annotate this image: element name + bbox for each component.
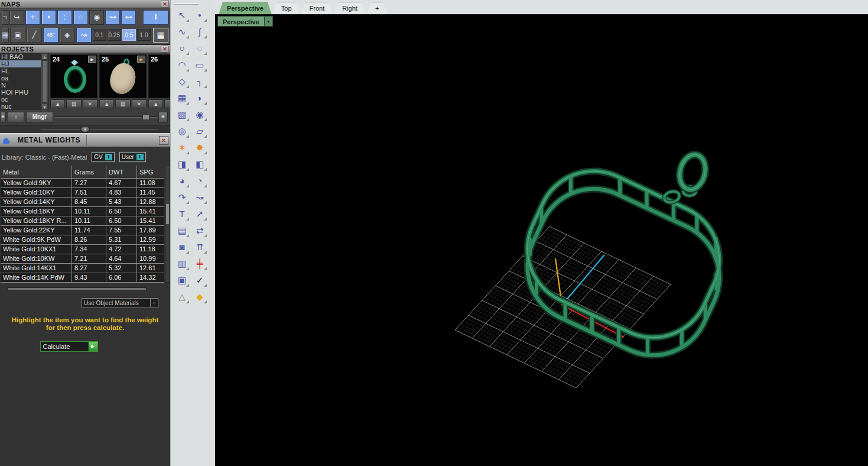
- extrude-icon[interactable]: ⇈: [191, 239, 208, 255]
- table-row[interactable]: White Gold:14KX18.275.3212.61: [1, 264, 164, 273]
- scrollbar-thumb[interactable]: [42, 60, 47, 103]
- intersection-snap-button[interactable]: ⊶: [105, 10, 120, 25]
- polygon-icon[interactable]: ◇: [174, 73, 190, 89]
- table-row[interactable]: Yellow Gold:14KY8.455.4312.88: [1, 198, 164, 207]
- curve-through-points-icon[interactable]: ʃ: [191, 24, 208, 40]
- table-row[interactable]: Yellow Gold:10KY7.514.8311.45: [1, 188, 164, 198]
- point-snap-button[interactable]: +: [25, 10, 40, 25]
- dock-splitter[interactable]: ▼: [0, 125, 170, 133]
- toolbar-grip[interactable]: [174, 3, 199, 5]
- curve-extend-icon[interactable]: ↝: [191, 189, 208, 205]
- snaps-close-icon[interactable]: ✕: [161, 1, 169, 8]
- tab-top[interactable]: Top: [273, 2, 300, 14]
- viewport-title-dropdown[interactable]: Perspective ▼: [217, 16, 273, 27]
- column-header-grams[interactable]: Grams: [72, 166, 106, 178]
- table-row[interactable]: White Gold:10KX17.344.7211.18: [1, 245, 164, 254]
- project-list-item[interactable]: oa: [0, 75, 41, 82]
- circle-snap-button[interactable]: ◌: [73, 10, 88, 25]
- center-snap-button[interactable]: •: [41, 10, 56, 25]
- thumbnail-play-icon[interactable]: ▶: [88, 56, 96, 63]
- project-list-item[interactable]: HI BAO: [0, 53, 41, 60]
- solid-tools-icon[interactable]: ◙: [174, 239, 190, 255]
- boolean-difference-icon[interactable]: ◔: [191, 173, 208, 189]
- table-row[interactable]: Yellow Gold:9KY7.274.6711.08: [1, 179, 164, 188]
- ellipse-icon[interactable]: ◌: [191, 40, 208, 56]
- project-list-item[interactable]: nuc: [0, 103, 41, 110]
- manager-button[interactable]: Mngr: [26, 112, 53, 122]
- surface-from-points-icon[interactable]: ▦: [174, 90, 190, 106]
- table-row[interactable]: White Gold:9K PdW8.265.3112.59: [1, 235, 164, 245]
- near-snap-button[interactable]: ↪: [9, 10, 24, 25]
- column-header-metal[interactable]: Metal: [1, 166, 72, 178]
- disable-osnap-button[interactable]: I: [143, 10, 168, 25]
- fillet-curve-icon[interactable]: ╮: [191, 73, 208, 89]
- box-icon[interactable]: ▧: [174, 106, 190, 122]
- boolean-union-icon[interactable]: ◕: [174, 173, 190, 189]
- circle-icon[interactable]: ○: [174, 40, 190, 56]
- move-up-button[interactable]: ↑: [8, 112, 24, 122]
- point-icon[interactable]: •: [191, 7, 208, 23]
- use-object-materials-dropdown[interactable]: Use Object Materials ○: [82, 298, 158, 308]
- end-snap-button[interactable]: ¬: [2, 10, 8, 25]
- splitter-collapse-icon[interactable]: ▼: [80, 126, 90, 132]
- project-list-item[interactable]: N: [0, 82, 41, 89]
- delete-button[interactable]: ✕: [132, 99, 147, 108]
- metal-weights-close-icon[interactable]: ✕: [159, 136, 168, 145]
- snaps-titlebar[interactable]: NAPS ✕: [0, 0, 170, 8]
- user-toggle[interactable]: User I: [119, 152, 146, 162]
- project-list-item[interactable]: oc: [0, 96, 41, 103]
- thumbnail-play-icon[interactable]: ▶: [137, 56, 145, 63]
- smash-icon[interactable]: ✸: [191, 140, 208, 156]
- table-row[interactable]: Yellow Gold:22KY11.747.5517.89: [1, 226, 164, 235]
- tangent-snap-button[interactable]: ↝: [76, 28, 92, 43]
- polyline-icon[interactable]: ∿: [174, 24, 190, 40]
- calculate-button[interactable]: Calculate ▶: [40, 341, 98, 352]
- project-list-item[interactable]: HJ: [0, 60, 41, 67]
- trim-icon[interactable]: ◨: [174, 156, 190, 172]
- tab-front[interactable]: Front: [301, 2, 333, 14]
- arc-icon[interactable]: ◠: [174, 57, 190, 73]
- sphere-icon[interactable]: ◉: [191, 106, 208, 122]
- table-scrollbar-thumb[interactable]: [166, 204, 169, 224]
- scroll-down-icon[interactable]: ▼: [41, 103, 48, 110]
- smarttrack-button[interactable]: ◈: [60, 28, 75, 43]
- column-header-spg[interactable]: SPG: [137, 166, 164, 178]
- increment-0.5-button[interactable]: 0.5: [122, 29, 136, 41]
- add-project-button[interactable]: +: [0, 112, 6, 122]
- new-slot-button[interactable]: +: [158, 112, 168, 122]
- distribute-icon[interactable]: ╪: [191, 255, 208, 271]
- project-list-item[interactable]: HOI PHU: [0, 89, 41, 96]
- curve-blend-icon[interactable]: ↷: [174, 189, 190, 205]
- quadrant-snap-button[interactable]: ◉: [89, 10, 104, 25]
- tab-new[interactable]: +: [367, 2, 387, 14]
- project-list-item[interactable]: HL: [0, 67, 41, 75]
- paint-bucket-icon[interactable]: ◆: [191, 289, 208, 305]
- table-scrollbar[interactable]: [165, 166, 170, 283]
- select-arrow-icon[interactable]: ↖: [174, 7, 190, 23]
- thumbnail-slider[interactable]: [55, 114, 157, 120]
- torus-icon[interactable]: ◎: [174, 123, 190, 139]
- move-icon[interactable]: ↗: [191, 206, 208, 222]
- increment-0.25-button[interactable]: 0.25: [108, 29, 121, 41]
- save-button[interactable]: ▤: [66, 99, 81, 108]
- gv-toggle[interactable]: GV I: [92, 152, 114, 162]
- tab-perspective[interactable]: Perspective: [219, 2, 272, 14]
- array-grid-icon[interactable]: ▥: [174, 255, 190, 271]
- primitives-icon[interactable]: △: [174, 289, 190, 305]
- surface-patch-icon[interactable]: ▱: [191, 123, 208, 139]
- grid-snap-toggle-button[interactable]: ▦: [153, 28, 168, 43]
- thumbnail-image[interactable]: 25▶: [99, 54, 147, 98]
- metal-weights-titlebar[interactable]: METAL WEIGHTS ✕: [0, 133, 170, 147]
- projects-close-icon[interactable]: ✕: [161, 46, 169, 53]
- rectangle-icon[interactable]: ▭: [191, 57, 208, 73]
- dropdown-circle-icon[interactable]: ○: [150, 299, 158, 307]
- angle-45-snap-button[interactable]: 45°: [43, 28, 58, 43]
- scroll-up-icon[interactable]: ▲: [41, 53, 48, 60]
- curved-surface-icon[interactable]: ◗: [191, 90, 208, 106]
- projects-list-scrollbar[interactable]: ▲ ▼: [41, 53, 48, 110]
- perspective-viewport[interactable]: Perspective ▼: [215, 15, 868, 466]
- save-button[interactable]: ▤: [115, 99, 130, 108]
- tab-right[interactable]: Right: [334, 2, 366, 14]
- table-row[interactable]: Yellow Gold:18KY10.116.5015.41: [1, 207, 164, 216]
- grid-snap-button[interactable]: ▦: [2, 28, 9, 43]
